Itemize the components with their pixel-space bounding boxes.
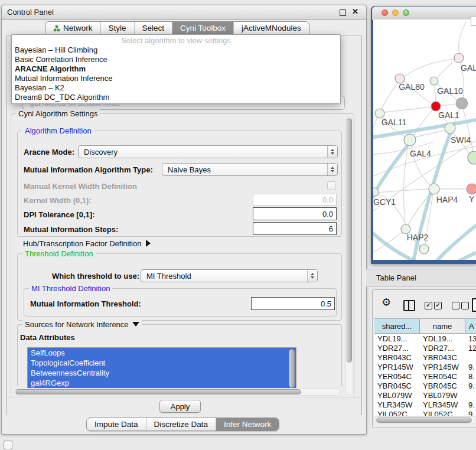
network-node-gal11[interactable] [375, 109, 384, 118]
manual-kernel-width-checkbox[interactable] [327, 181, 336, 190]
algorithm-option-basic-correlation-inference[interactable]: Basic Correlation Inference [12, 55, 340, 64]
control-panel-titlebar[interactable]: Control Panel ✕ [2, 5, 366, 20]
table-row[interactable]: YLR345WYLR345W9. [374, 400, 476, 410]
aracne-mode-select[interactable]: Discovery [78, 145, 338, 158]
tab-jactivemnodules[interactable]: jActiveMNodules [233, 22, 309, 35]
table-row[interactable]: YPR145WYPR145W9. [374, 363, 476, 372]
close-traffic-light-icon[interactable] [382, 9, 388, 16]
table-panel-titlebar[interactable]: Table Panel [366, 269, 476, 287]
hub-section-toggle[interactable]: Hub/Transcription Factor Definition [23, 239, 151, 248]
network-node-hap4[interactable] [429, 184, 439, 194]
dpi-tolerance-input[interactable] [253, 207, 337, 220]
network-edge [373, 118, 377, 189]
column-layout-icon[interactable] [403, 300, 415, 311]
attribute-item-topologicalcoefficient[interactable]: TopologicalCoefficient [28, 358, 296, 368]
table-row[interactable]: YDL19...YDL19...13 [374, 334, 476, 344]
column-header-shared[interactable]: shared... [374, 319, 420, 334]
aracne-mode-value: Discovery [79, 148, 327, 156]
float-window-icon[interactable] [340, 9, 346, 16]
mi-threshold-input[interactable] [251, 297, 335, 310]
algorithm-option-bayesian-hill-climbing[interactable]: Bayesian – Hill Climbing [12, 45, 340, 55]
network-window-titlebar[interactable] [372, 6, 476, 20]
network-node[interactable] [445, 123, 455, 133]
attribute-item-gal4rgexp[interactable]: gal4RGexp [28, 378, 296, 388]
network-node-swi4[interactable] [468, 151, 476, 164]
table-cell: YLR345W [377, 400, 418, 410]
unchecked-checkbox-icon[interactable] [452, 302, 459, 309]
table-horizontal-scrollbar[interactable] [374, 416, 476, 424]
settings-vertical-scrollbar[interactable] [345, 116, 353, 395]
tab-discretize-data[interactable]: Discretize Data [146, 418, 216, 431]
data-attributes-label: Data Attributes [20, 333, 75, 342]
tab-style[interactable]: Style [100, 22, 134, 35]
tab-infer-network[interactable]: Infer Network [216, 418, 279, 431]
data-attributes-list[interactable]: SelfLoopsTopologicalCoefficientBetweenne… [27, 347, 296, 390]
network-canvas[interactable]: GALGAL80GAL10GAL1GAL11SWI4GAL4GCY1HAP4YH… [373, 19, 476, 260]
list-scrollbar[interactable] [289, 349, 295, 388]
minimized-panel-icon[interactable] [4, 441, 12, 449]
network-node-gal1[interactable] [431, 102, 441, 111]
minimize-traffic-light-icon[interactable] [392, 9, 399, 16]
tab-label: Impute Data [94, 420, 138, 429]
table-row[interactable]: YIL052CYIL052C9 [374, 410, 476, 416]
export-table-icon[interactable] [472, 298, 476, 312]
network-edge [384, 107, 431, 112]
unchecked-checkbox-icon[interactable] [461, 302, 469, 309]
tab-network[interactable]: Network [45, 22, 100, 35]
close-icon[interactable]: ✕ [352, 7, 358, 16]
node-label: GAL10 [437, 86, 463, 96]
settings-gear-icon[interactable]: ⚙ [382, 296, 391, 309]
checked-checkbox-icon[interactable]: ✓ [425, 302, 432, 309]
apply-button[interactable]: Apply [159, 400, 201, 413]
table-cell: YDL19... [423, 334, 464, 344]
table-cell: 8. [468, 372, 476, 381]
checked-checkbox-icon[interactable]: ✓ [434, 302, 442, 309]
table-cell: YDR27... [377, 344, 418, 353]
sources-toggle[interactable]: Sources for Network Inference [22, 320, 142, 329]
combo-stepper-icon[interactable] [327, 146, 337, 158]
dpi-tolerance-label: DPI Tolerance [0,1]: [24, 210, 94, 219]
table-row[interactable]: YER054CYER054C8. [374, 372, 476, 381]
network-edge [435, 85, 436, 102]
mi-algorithm-type-select[interactable]: Naive Bayes [162, 163, 338, 176]
network-node-gal[interactable] [454, 53, 464, 63]
algorithm-option-aracne-algorithm[interactable]: ARACNE Algorithm [12, 64, 340, 74]
tab-select[interactable]: Select [134, 22, 172, 35]
table-cell: YBR043C [377, 353, 418, 363]
attribute-item-betweennesscentrality[interactable]: BetweennessCentrality [28, 368, 296, 378]
node-label: Y [469, 194, 475, 204]
network-node-gal10[interactable] [430, 77, 438, 85]
tab-label: Infer Network [224, 420, 271, 429]
network-node[interactable] [419, 244, 429, 254]
zoom-traffic-light-icon[interactable] [403, 9, 409, 16]
settings-horizontal-scrollbar[interactable] [14, 388, 341, 396]
tab-cyni-toolbox[interactable]: Cyni Toolbox [172, 22, 233, 35]
network-node[interactable] [457, 98, 468, 109]
network-node-gcy1[interactable] [373, 188, 379, 196]
network-node-y[interactable] [467, 184, 476, 194]
algorithm-option-mutual-information-inference[interactable]: Mutual Information Inference [12, 74, 340, 83]
table-row[interactable]: YBR045CYBR045C9. [374, 381, 476, 391]
table-row[interactable]: YBL079WYBL079W [374, 391, 476, 400]
kernel-width-input[interactable] [253, 194, 337, 206]
hub-section-label: Hub/Transcription Factor Definition [23, 239, 141, 248]
table-row[interactable]: YBR043CYBR043C [374, 353, 476, 363]
mi-steps-input[interactable] [253, 222, 337, 235]
column-header-a[interactable]: A [465, 319, 476, 334]
attribute-item-selfloops[interactable]: SelfLoops [28, 348, 296, 358]
algorithm-option-dream8-dc-tdc-algorithm[interactable]: Dream8 DC_TDC Algorithm [12, 93, 340, 102]
which-threshold-select[interactable]: MI Threshold [141, 269, 318, 282]
group-title: Threshold Definition [22, 249, 96, 258]
column-header-name[interactable]: name [420, 319, 465, 334]
combo-stepper-icon[interactable] [327, 164, 337, 175]
combo-stepper-icon[interactable] [307, 270, 317, 282]
tab-impute-data[interactable]: Impute Data [87, 418, 146, 431]
table-row[interactable]: YDR27...YDR27...12 [374, 344, 476, 353]
network-node-gal4[interactable] [404, 134, 416, 146]
node-label: GAL80 [399, 82, 425, 92]
tab-label: Select [142, 24, 165, 32]
algorithm-option-bayesian-k2[interactable]: Bayesian – K2 [12, 83, 340, 93]
table-cell: 9 [468, 410, 476, 416]
table-cell: YPR145W [377, 363, 418, 372]
mi-steps-label: Mutual Information Steps: [24, 225, 118, 234]
